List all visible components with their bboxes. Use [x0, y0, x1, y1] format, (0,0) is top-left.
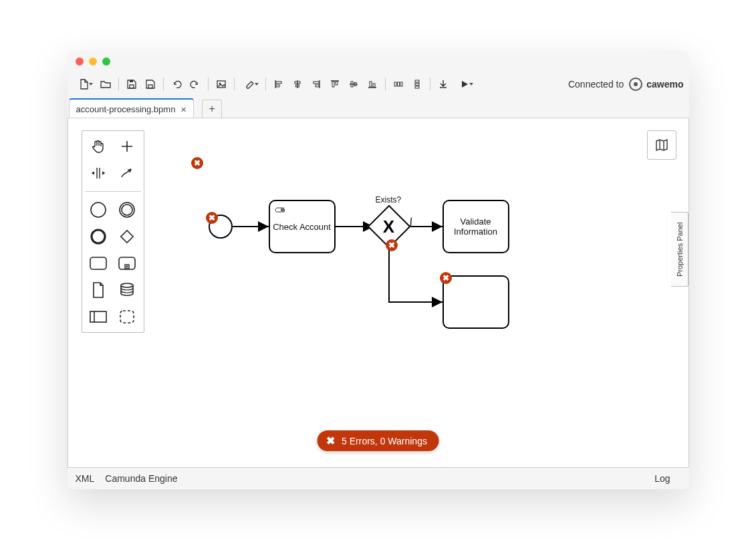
svg-rect-27 — [415, 86, 419, 88]
log-tab[interactable]: Log — [654, 473, 670, 484]
exclusive-gateway-shape[interactable]: X — [374, 211, 404, 242]
align-top-button[interactable] — [326, 76, 344, 93]
task-check-account[interactable]: Check Account — [269, 200, 336, 253]
svg-rect-16 — [336, 82, 338, 85]
deploy-button[interactable] — [434, 76, 452, 93]
modeler-canvas[interactable]: Properties Panel ✖ — [68, 118, 689, 468]
error-marker[interactable]: ✖ — [191, 157, 203, 169]
new-tab-button[interactable]: + — [202, 100, 222, 118]
undo-button[interactable] — [168, 76, 185, 93]
xml-tab[interactable]: XML — [76, 473, 95, 484]
close-tab-button[interactable]: × — [180, 104, 186, 114]
open-file-button[interactable] — [97, 76, 114, 93]
svg-rect-23 — [394, 82, 396, 86]
toolbar-separator — [385, 78, 386, 91]
svg-rect-12 — [313, 82, 319, 84]
editor-tabs: account-processing.bpmn × + — [68, 96, 689, 118]
error-icon: ✖ — [326, 434, 335, 447]
svg-rect-1 — [130, 80, 133, 82]
error-marker[interactable]: ✖ — [386, 239, 398, 251]
svg-rect-25 — [397, 82, 399, 86]
window-close-button[interactable] — [76, 57, 84, 65]
main-toolbar: Connected to cawemo — [68, 72, 689, 96]
sequence-flows — [68, 118, 670, 452]
redo-button[interactable] — [186, 76, 204, 93]
task-label: Validate Information — [447, 217, 505, 237]
svg-rect-24 — [400, 82, 402, 86]
lint-errors-pill[interactable]: ✖ 5 Errors, 0 Warnings — [317, 430, 439, 451]
new-file-button[interactable] — [73, 76, 96, 93]
engine-tab[interactable]: Camunda Engine — [105, 473, 177, 484]
align-bottom-button[interactable] — [364, 76, 381, 93]
start-instance-button[interactable] — [453, 76, 476, 93]
status-bar: XML Camunda Engine Log — [68, 468, 689, 489]
task-label: Check Account — [273, 222, 331, 232]
window-titlebar — [68, 51, 689, 72]
gateway-label: Exists? — [376, 195, 402, 205]
task-validate-information[interactable]: Validate Information — [443, 200, 509, 253]
toolbar-separator — [265, 78, 266, 91]
lint-errors-text: 5 Errors, 0 Warnings — [342, 436, 427, 446]
align-middle-button[interactable] — [345, 76, 362, 93]
distribute-vertical-button[interactable] — [408, 76, 426, 93]
svg-rect-6 — [276, 82, 281, 84]
svg-rect-2 — [148, 85, 152, 88]
color-picker-button[interactable] — [239, 76, 261, 93]
svg-rect-28 — [415, 84, 419, 86]
svg-rect-15 — [332, 82, 334, 87]
toolbar-separator — [163, 78, 164, 91]
gateway-marker: X — [374, 211, 404, 242]
task-empty[interactable] — [443, 275, 509, 329]
svg-rect-7 — [276, 85, 279, 87]
window-minimize-button[interactable] — [89, 57, 97, 65]
properties-panel-toggle[interactable]: Properties Panel — [671, 212, 688, 287]
distribute-horizontal-button[interactable] — [390, 76, 407, 93]
align-center-button[interactable] — [289, 76, 306, 93]
save-as-button[interactable] — [142, 76, 159, 93]
file-tab[interactable]: account-processing.bpmn × — [69, 98, 195, 118]
svg-rect-21 — [370, 82, 372, 87]
window-maximize-button[interactable] — [102, 57, 110, 65]
svg-rect-22 — [373, 84, 375, 87]
error-marker[interactable]: ✖ — [206, 212, 218, 224]
toolbar-separator — [118, 78, 119, 91]
toolbar-separator — [234, 78, 235, 91]
export-image-button[interactable] — [213, 76, 230, 93]
app-window: Connected to cawemo account-processing.b… — [68, 51, 689, 489]
cawemo-brand: cawemo — [646, 79, 683, 90]
align-right-button[interactable] — [307, 76, 325, 93]
save-button[interactable] — [123, 76, 140, 93]
cawemo-link[interactable]: cawemo — [629, 78, 683, 91]
connect-label: Connected to — [568, 79, 624, 90]
svg-rect-0 — [130, 85, 134, 88]
svg-rect-13 — [316, 85, 319, 87]
toolbar-separator — [208, 78, 209, 91]
error-marker[interactable]: ✖ — [440, 272, 452, 284]
align-left-button[interactable] — [270, 76, 287, 93]
svg-rect-26 — [415, 80, 419, 82]
toolbar-separator — [430, 78, 430, 91]
cawemo-logo-icon — [629, 78, 642, 91]
file-tab-name: account-processing.bpmn — [76, 104, 176, 114]
manual-task-icon — [274, 205, 286, 215]
